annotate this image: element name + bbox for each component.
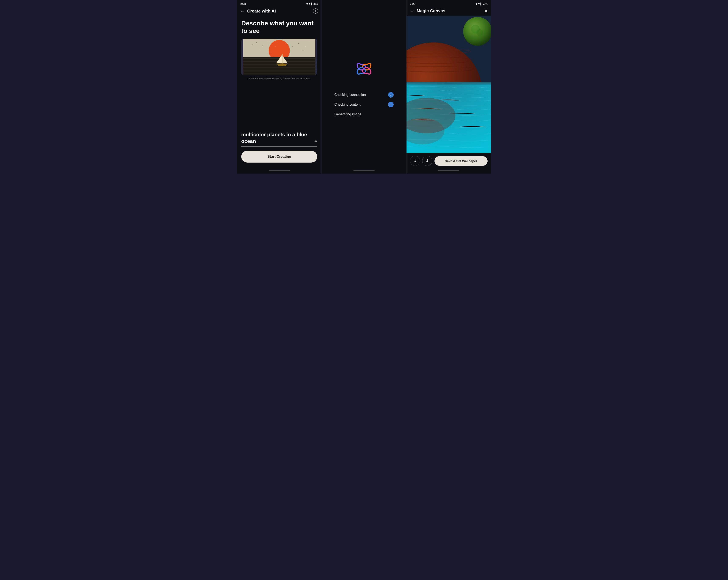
status-list: Checking connection ✓ Checking content ✓… [334, 92, 394, 117]
svg-text:^: ^ [271, 53, 271, 54]
save-wallpaper-button[interactable]: Save & Set Wallpaper [435, 156, 488, 166]
edit-prompt-icon[interactable]: ✏ [314, 139, 317, 144]
svg-text:^: ^ [292, 46, 293, 47]
status-item-connection: Checking connection ✓ [334, 92, 394, 98]
svg-text:^: ^ [273, 56, 274, 57]
signal-icon: ▌ [311, 3, 313, 5]
page-title-3: Magic Canvas [417, 8, 482, 13]
prompt-text-content: multicolor planets in a blue ocean [241, 131, 314, 144]
back-button-1[interactable]: ← [240, 9, 245, 13]
svg-point-29 [278, 64, 287, 66]
page-title-1: Create with AI [247, 9, 310, 14]
time-3: 2:23 [410, 2, 415, 5]
wifi-icon-3: ▾ [478, 3, 479, 5]
connection-check: ✓ [388, 92, 394, 98]
battery-text-1: 27% [313, 3, 318, 5]
svg-point-33 [363, 68, 365, 70]
home-indicator-3 [438, 170, 459, 171]
refresh-button[interactable]: ↺ [410, 156, 420, 166]
battery-text-3: 27% [483, 3, 488, 5]
status-bar-3: 2:23 ✲ ▾ ▌ 27% [407, 0, 491, 7]
svg-text:^: ^ [290, 54, 291, 56]
bottom-actions: ↺ ⬇ Save & Set Wallpaper [407, 153, 491, 169]
generating-check [388, 111, 394, 117]
download-icon: ⬇ [425, 158, 429, 163]
status-bar-2 [322, 0, 406, 7]
home-indicator-1 [269, 170, 290, 171]
signal-icon-3: ▌ [480, 3, 482, 5]
screen-magic-canvas: 2:23 ✲ ▾ ▌ 27% ← Magic Canvas ✕ [407, 0, 491, 174]
status-item-generating: Generating image [334, 111, 394, 117]
preview-image: ^ ^ ^ ^ ^ ^ ^ ^ ^ ^ ~ ~ [241, 39, 317, 75]
download-button[interactable]: ⬇ [422, 156, 432, 166]
screen2-body: Checking connection ✓ Checking content ✓… [322, 7, 406, 169]
nav-bar-3: ← Magic Canvas ✕ [407, 7, 491, 16]
svg-text:^: ^ [305, 46, 306, 48]
status-bar-1: 2:23 ✲ ▾ ▌ 27% [237, 0, 321, 7]
status-icons-3: ✲ ▾ ▌ 27% [475, 3, 488, 5]
content-check: ✓ [388, 102, 394, 107]
connection-label: Checking connection [334, 93, 366, 97]
svg-text:^: ^ [262, 45, 263, 47]
svg-text:^: ^ [275, 46, 276, 48]
svg-text:^: ^ [269, 41, 269, 43]
generated-image [407, 16, 491, 153]
home-indicator-2 [354, 170, 374, 171]
back-button-3[interactable]: ← [410, 9, 414, 13]
svg-text:^: ^ [252, 44, 253, 46]
svg-rect-49 [407, 16, 491, 85]
generating-label: Generating image [334, 112, 361, 116]
planet-ocean-svg [407, 16, 491, 153]
start-creating-button[interactable]: Start Creating [241, 151, 317, 162]
prompt-underline [241, 146, 317, 147]
nav-bar-1: ← Create with AI i [237, 7, 321, 16]
sailboat-svg: ^ ^ ^ ^ ^ ^ ^ ^ ^ ^ ~ ~ [241, 39, 317, 75]
svg-text:^: ^ [286, 42, 287, 44]
status-item-content: Checking content ✓ [334, 102, 394, 107]
svg-text:~: ~ [259, 49, 260, 51]
app-screens: 2:23 ✲ ▾ ▌ 27% ← Create with AI i Descri… [237, 0, 491, 174]
content-label: Checking content [334, 103, 361, 106]
svg-text:~: ~ [303, 49, 304, 51]
prompt-section: multicolor planets in a blue ocean ✏ [241, 131, 317, 147]
screen-generating: Checking connection ✓ Checking content ✓… [321, 0, 406, 174]
bluetooth-icon: ✲ [306, 3, 308, 5]
screen-create-with-ai: 2:23 ✲ ▾ ▌ 27% ← Create with AI i Descri… [237, 0, 321, 174]
refresh-icon: ↺ [413, 158, 416, 163]
status-icons-1: ✲ ▾ ▌ 27% [306, 3, 318, 5]
wifi-icon: ▾ [309, 3, 310, 5]
svg-text:^: ^ [256, 42, 257, 44]
close-button[interactable]: ✕ [485, 9, 488, 13]
info-button[interactable]: i [313, 8, 318, 14]
screen1-body: Describe what you want to see ^ ^ ^ ^ ^ [237, 16, 321, 169]
prompt-display: multicolor planets in a blue ocean ✏ [241, 131, 317, 144]
svg-text:^: ^ [298, 43, 299, 45]
preview-caption: A hand-drawn sailboat circled by birds o… [241, 77, 317, 80]
time-1: 2:23 [240, 2, 246, 5]
bluetooth-icon-3: ✲ [475, 3, 477, 5]
svg-text:^: ^ [309, 41, 310, 43]
headline-text: Describe what you want to see [241, 20, 317, 35]
ai-logo [354, 58, 374, 79]
